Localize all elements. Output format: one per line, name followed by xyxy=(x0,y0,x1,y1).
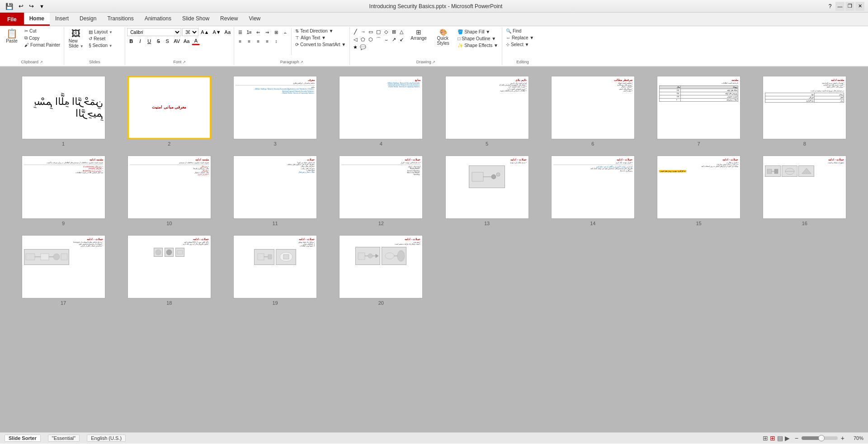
slide-item-7[interactable]: مقدمه تاریخچه امنیت اطلاعات سالرویداد ۱۹… xyxy=(649,76,749,146)
slide-thumb-13[interactable]: حملات - ادامه • به پند یا نگه دارد، تهدی… xyxy=(445,156,529,219)
font-color-button[interactable]: A xyxy=(192,37,200,45)
tab-home[interactable]: Home xyxy=(24,13,50,26)
shape-triangle[interactable]: △ xyxy=(398,28,405,35)
slide-thumb-1[interactable]: بِسْمِ اللَّهِ الرَّحْمَنِ الرَّحِيمِ xyxy=(22,76,105,139)
clear-formatting-button[interactable]: Aa xyxy=(223,28,232,36)
slide-item-16[interactable]: حملات - ادامه تجهیزات شبکه و امنیت xyxy=(755,156,854,226)
slide-item-8[interactable]: مقدمه ادامه • تهدیدات امنیتی رو به افزای… xyxy=(755,76,854,146)
section-button[interactable]: § Section ▼ xyxy=(87,43,123,48)
replace-button[interactable]: ↔ Replace ▼ xyxy=(504,35,540,41)
align-text-button[interactable]: ⊤ Align Text ▼ xyxy=(293,35,348,41)
increase-font-button[interactable]: A▲ xyxy=(199,28,210,36)
theme-status[interactable]: "Essential" xyxy=(48,435,80,442)
convert-smartart-button[interactable]: ⟳ Convert to SmartArt ▼ xyxy=(293,42,348,47)
shape-callout[interactable]: 💬 xyxy=(359,43,367,51)
align-left-button[interactable]: ≡ xyxy=(236,37,244,45)
tab-review[interactable]: Review xyxy=(215,13,243,26)
smart-art-button[interactable]: ⊞ xyxy=(272,28,280,36)
slide-item-19[interactable]: حملات - ادامه • مراحل یک حمله موفق: 1. ش… xyxy=(226,235,325,306)
increase-indent-button[interactable]: ⇒ xyxy=(263,28,271,36)
slide-thumb-9[interactable]: مقدمه ادامه تعریف امنیت سایبری: محافظت ا… xyxy=(22,156,105,219)
shape-bent-arrow[interactable]: ↙ xyxy=(398,36,405,43)
align-center-button[interactable]: ≡ xyxy=(245,37,253,45)
slide-thumb-16[interactable]: حملات - ادامه تجهیزات شبکه و امنیت xyxy=(763,156,846,219)
slide-item-14[interactable]: حملات - ادامه • کنترل، تهدید، نگه داری ا… xyxy=(543,156,642,226)
strikethrough-button[interactable]: S̶ xyxy=(154,37,162,45)
bullets-button[interactable]: ☰ xyxy=(236,28,244,36)
char-spacing-button[interactable]: AV xyxy=(172,37,181,45)
tab-animations[interactable]: Animations xyxy=(139,13,177,26)
shape-rect[interactable]: ▭ xyxy=(367,28,374,35)
tab-insert[interactable]: Insert xyxy=(50,13,74,26)
slide-thumb-5[interactable]: دلایم بلای چرا به امنیت نیاز داریم: • شب… xyxy=(445,76,529,139)
slide-thumb-6[interactable]: صرفنظر مطالب • مفاهیم امنیت شبکه • روش ه… xyxy=(551,76,635,139)
slide-thumb-20[interactable]: حملات - ادامه • جمع بندی • امنیت شبکه یک… xyxy=(339,235,423,298)
slide-item-5[interactable]: دلایم بلای چرا به امنیت نیاز داریم: • شب… xyxy=(437,76,537,146)
slide-item-10[interactable]: مقدمه ادامه تعریف امنیت سایبری: محافظت ا… xyxy=(119,156,219,226)
slide-item-11[interactable]: حملات چه کسانی حمله می کنند؟ • هکرها - ا… xyxy=(226,156,325,226)
justify-button[interactable]: ≡ xyxy=(263,37,271,45)
tab-transitions[interactable]: Transitions xyxy=(102,13,139,26)
new-slide-button[interactable]: 🖼 NewSlide ▼ xyxy=(66,28,86,49)
shape-fill-button[interactable]: 🪣 Shape Fill ▼ xyxy=(456,29,500,35)
slide-thumb-2[interactable]: معرفی مبانی امنیت xyxy=(127,76,211,139)
find-button[interactable]: 🔍 Find xyxy=(504,28,540,34)
slide-item-1[interactable]: بِسْمِ اللَّهِ الرَّحْمَنِ الرَّحِيمِ 1 xyxy=(14,76,113,146)
cut-button[interactable]: ✂ Cut xyxy=(23,28,62,34)
slide-sorter-status[interactable]: Slide Sorter xyxy=(5,435,41,442)
slide-thumb-3[interactable]: معرف محمد محمدیان - ابراهیم نظری منابع: … xyxy=(233,76,317,139)
slide-item-3[interactable]: معرف محمد محمدیان - ابراهیم نظری منابع: … xyxy=(226,76,325,146)
slide-item-2[interactable]: معرفی مبانی امنیت 2 xyxy=(119,76,219,146)
line-spacing-button[interactable]: ↕ xyxy=(272,37,280,45)
shape-more2[interactable]: ⌣ xyxy=(382,36,390,43)
slide-sorter-icon[interactable]: ⊞ xyxy=(770,435,775,442)
shape-star[interactable]: ★ xyxy=(352,43,359,51)
zoom-level[interactable]: 70% xyxy=(848,435,863,441)
maximize-button[interactable]: ❐ xyxy=(845,2,854,11)
font-size-select[interactable]: 36 xyxy=(182,28,198,36)
zoom-out-button[interactable]: − xyxy=(793,435,800,442)
paste-button[interactable]: 📋 Paste xyxy=(2,28,22,44)
shape-rounded-rect[interactable]: ▢ xyxy=(375,28,382,35)
reset-button[interactable]: ↺ Reset xyxy=(87,36,123,42)
slide-thumb-14[interactable]: حملات - ادامه • کنترل، تهدید، نگه داری ا… xyxy=(551,156,635,219)
customize-icon[interactable]: ▼ xyxy=(38,3,46,10)
quick-styles-button[interactable]: 🎨 QuickStyles xyxy=(433,28,453,47)
save-icon[interactable]: 💾 xyxy=(4,2,15,11)
slide-item-20[interactable]: حملات - ادامه • جمع بندی • امنیت شبکه یک… xyxy=(331,235,431,306)
shape-pentagon[interactable]: ⬠ xyxy=(359,36,367,43)
slide-thumb-7[interactable]: مقدمه تاریخچه امنیت اطلاعات سالرویداد ۱۹… xyxy=(657,76,741,139)
slide-thumb-18[interactable]: حملات - ادامه • اگر کافی نبود، از IDS اس… xyxy=(127,235,211,298)
font-family-select[interactable]: Calibri xyxy=(127,28,181,36)
shape-diamond[interactable]: ◇ xyxy=(382,28,390,35)
tab-slideshow[interactable]: Slide Show xyxy=(177,13,215,26)
slide-thumb-12[interactable]: حملات - ادامه • به دام انداختن، تهدید، ک… xyxy=(339,156,423,219)
slide-thumb-11[interactable]: حملات چه کسانی حمله می کنند؟ • هکرها - ا… xyxy=(233,156,317,219)
format-painter-button[interactable]: 🖌 Format Painter xyxy=(23,42,62,48)
slide-thumb-4[interactable]: منابع - William Stallings: Network Secur… xyxy=(339,76,423,139)
shape-arrow[interactable]: → xyxy=(359,28,367,35)
slide-item-17[interactable]: حملات - ادامه • به دام انداختن هکر با اس… xyxy=(14,235,113,306)
slide-thumb-19[interactable]: حملات - ادامه • مراحل یک حمله موفق: 1. ش… xyxy=(233,235,317,298)
change-case-button[interactable]: Aa xyxy=(182,37,191,45)
arrange-button[interactable]: ⊞ Arrange xyxy=(409,28,429,42)
tab-design[interactable]: Design xyxy=(74,13,102,26)
zoom-in-button[interactable]: + xyxy=(840,435,846,442)
italic-button[interactable]: I xyxy=(136,37,144,45)
shape-effects-button[interactable]: ✨ Shape Effects ▼ xyxy=(456,43,500,48)
underline-button[interactable]: U xyxy=(145,37,153,45)
shape-more[interactable]: ⊞ xyxy=(390,28,397,35)
normal-view-icon[interactable]: ⊞ xyxy=(763,435,768,442)
close-button[interactable]: ✕ xyxy=(855,2,864,11)
shape-hexagon[interactable]: ⬡ xyxy=(367,36,374,43)
shape-line[interactable]: ╱ xyxy=(352,28,359,35)
slide-thumb-17[interactable]: حملات - ادامه • به دام انداختن هکر با اس… xyxy=(22,235,105,298)
slide-item-4[interactable]: منابع - William Stallings: Network Secur… xyxy=(331,76,431,146)
reading-view-icon[interactable]: ▤ xyxy=(777,435,783,442)
shape-outline-button[interactable]: □ Shape Outline ▼ xyxy=(456,36,500,42)
tab-view[interactable]: View xyxy=(243,13,266,26)
slide-item-15[interactable]: حملات - ادامه • کنترل و نظارت • ارزیابی … xyxy=(649,156,749,226)
copy-button[interactable]: ⧉ Copy xyxy=(23,35,62,41)
tab-file[interactable]: File xyxy=(0,13,24,26)
language-status[interactable]: English (U.S.) xyxy=(87,435,126,442)
